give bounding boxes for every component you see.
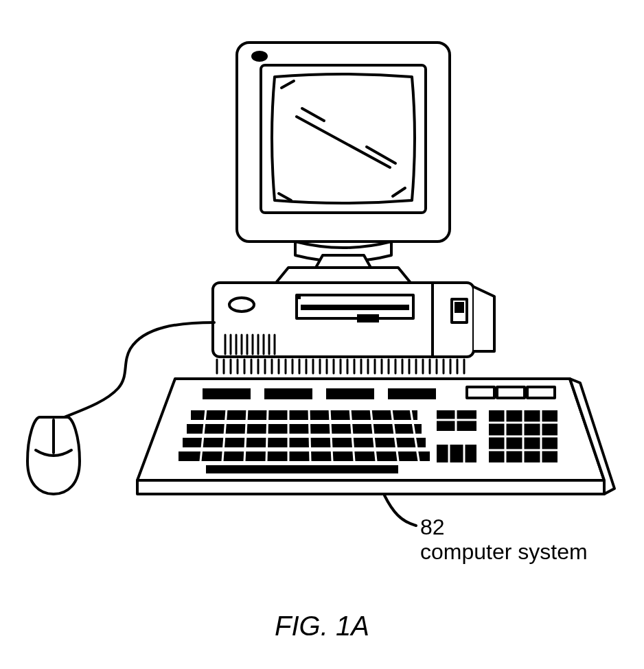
svg-rect-68 — [388, 388, 436, 399]
crt-monitor-icon — [237, 43, 450, 242]
svg-rect-69 — [467, 387, 494, 398]
desktop-tower-icon — [213, 283, 494, 357]
patent-figure — [0, 0, 644, 669]
svg-rect-65 — [203, 388, 251, 399]
floppy-drive-icon — [297, 295, 413, 322]
reference-label: computer system — [420, 538, 588, 565]
svg-rect-70 — [497, 387, 525, 398]
ventilation-strip-icon — [217, 360, 464, 373]
keyboard-icon — [137, 379, 614, 494]
svg-rect-66 — [264, 388, 312, 399]
svg-rect-17 — [455, 302, 464, 313]
svg-line-80 — [266, 409, 268, 461]
svg-rect-67 — [326, 388, 374, 399]
svg-point-2 — [253, 52, 266, 60]
svg-rect-76 — [206, 465, 398, 473]
svg-rect-14 — [357, 314, 379, 322]
reference-number: 82 — [420, 513, 445, 541]
mouse-icon — [27, 417, 80, 494]
monitor-stand-icon — [276, 242, 411, 283]
svg-rect-13 — [301, 305, 409, 310]
svg-rect-75 — [179, 451, 430, 461]
svg-rect-74 — [183, 438, 426, 447]
figure-caption: FIG. 1A — [275, 611, 369, 642]
svg-rect-71 — [527, 387, 555, 398]
svg-rect-89 — [437, 445, 476, 462]
callout-leader-icon — [384, 495, 416, 526]
svg-line-82 — [309, 409, 310, 461]
svg-rect-15 — [297, 295, 301, 299]
svg-rect-73 — [187, 424, 422, 434]
